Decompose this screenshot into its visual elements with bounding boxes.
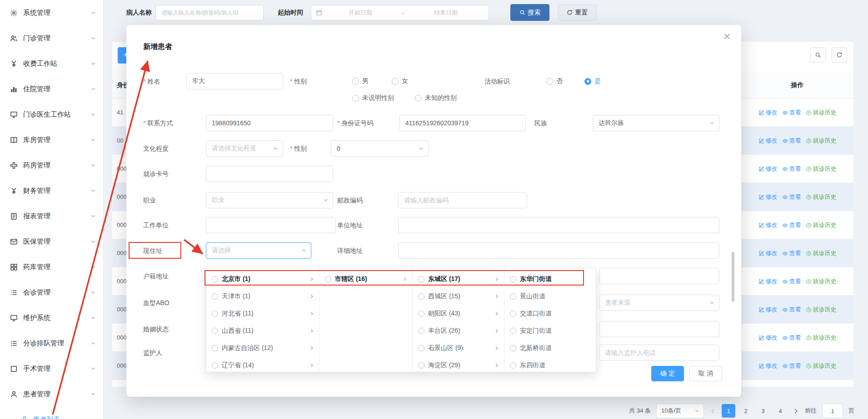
radio-icon[interactable] <box>510 293 516 300</box>
sidebar-item-6[interactable]: 库房管理 <box>0 127 103 153</box>
sidebar-item-4[interactable]: 住院管理 <box>0 76 103 102</box>
history-link[interactable]: 就诊历史 <box>806 249 837 257</box>
cascader-option[interactable]: 西城区 (15) <box>413 288 504 305</box>
radio-icon[interactable] <box>510 276 516 282</box>
edit-link[interactable]: 修改 <box>758 137 778 145</box>
reset-button[interactable]: 重置 <box>558 4 597 21</box>
radio-icon[interactable] <box>212 328 218 334</box>
postal-code-input[interactable] <box>398 192 527 208</box>
modal-scrollbar-thumb[interactable] <box>732 252 734 302</box>
edit-link[interactable]: 修改 <box>758 108 778 117</box>
cascader-option[interactable]: 丰台区 (26) <box>413 322 504 340</box>
id-number-input[interactable] <box>399 115 526 131</box>
radio-icon[interactable] <box>418 328 424 334</box>
page-button-4[interactable]: 4 <box>773 404 787 418</box>
cascader-option[interactable]: 交道口街道 <box>504 305 597 322</box>
radio-icon[interactable] <box>418 345 424 351</box>
patient-name-input[interactable] <box>155 5 264 20</box>
edit-link[interactable]: 修改 <box>758 165 778 173</box>
view-link[interactable]: 查看 <box>782 193 801 201</box>
sidebar-item-8[interactable]: 财务管理 <box>0 178 103 203</box>
chevron-left-icon[interactable] <box>709 408 716 414</box>
page-button-3[interactable]: 3 <box>756 404 770 418</box>
sidebar-item-10[interactable]: 医保管理 <box>0 229 103 254</box>
edit-link[interactable]: 修改 <box>758 362 778 370</box>
chevron-right-icon[interactable] <box>793 408 799 414</box>
cascader-option[interactable]: 市辖区 (16) <box>319 271 412 288</box>
unit-address-input[interactable] <box>398 217 719 233</box>
confirm-button[interactable]: 确 定 <box>651 366 684 381</box>
radio-icon[interactable] <box>418 276 424 282</box>
view-link[interactable]: 查看 <box>782 221 801 229</box>
household-address-input[interactable] <box>599 268 719 284</box>
cascader-option[interactable]: 山西省 (11) <box>206 322 319 340</box>
history-link[interactable]: 就诊历史 <box>806 362 837 370</box>
radio-icon[interactable] <box>510 311 516 317</box>
view-link[interactable]: 查看 <box>782 249 801 257</box>
sidebar-item-13[interactable]: 维护系统 <box>0 305 103 330</box>
radio-icon[interactable] <box>325 276 331 282</box>
history-link[interactable]: 就诊历史 <box>806 165 837 173</box>
cascader-option[interactable]: 安定门街道 <box>504 322 597 340</box>
view-link[interactable]: 查看 <box>782 277 801 286</box>
cascader-option[interactable]: 东华门街道 <box>504 271 597 288</box>
table-refresh-tool-button[interactable] <box>832 47 847 63</box>
history-link[interactable]: 就诊历史 <box>806 277 837 286</box>
cascader-option[interactable]: 东四街道 <box>504 357 597 372</box>
cancel-button[interactable]: 取 消 <box>689 366 722 381</box>
visit-card-input[interactable] <box>206 166 333 182</box>
gender-radio-male[interactable]: 男 <box>352 73 369 89</box>
radio-icon[interactable] <box>510 362 516 369</box>
history-link[interactable]: 就诊历史 <box>806 137 837 145</box>
radio-icon[interactable] <box>418 362 424 369</box>
date-range-picker[interactable]: 开始日期 - 结束日期 <box>311 5 489 20</box>
edit-link[interactable]: 修改 <box>758 277 778 286</box>
table-search-tool-button[interactable] <box>810 47 826 63</box>
sidebar-item-5[interactable]: 门诊医生工作站 <box>0 102 103 127</box>
sidebar-item-16[interactable]: 患者管理 <box>0 381 103 407</box>
view-link[interactable]: 查看 <box>782 165 801 173</box>
guardian-phone-input[interactable] <box>599 345 719 361</box>
work-unit-input[interactable] <box>206 217 336 233</box>
gender-radio-female[interactable]: 女 <box>392 73 408 89</box>
patient-source-select[interactable]: 患者来源 <box>599 295 719 311</box>
radio-icon[interactable] <box>212 276 218 282</box>
cascader-option[interactable]: 北京市 (1) <box>206 271 319 288</box>
cascader-option[interactable]: 河北省 (11) <box>206 305 319 322</box>
view-link[interactable]: 查看 <box>782 306 801 314</box>
history-link[interactable]: 就诊历史 <box>806 221 837 229</box>
history-link[interactable]: 就诊历史 <box>806 108 837 117</box>
cascader-option[interactable]: 东城区 (17) <box>413 271 504 288</box>
current-address-select[interactable]: 请选择 <box>206 242 311 259</box>
search-button[interactable]: 搜索 <box>510 4 549 21</box>
radio-icon[interactable] <box>212 311 218 317</box>
history-link[interactable]: 就诊历史 <box>806 306 837 314</box>
cascader-option[interactable]: 石景山区 (9) <box>413 340 504 357</box>
history-link[interactable]: 就诊历史 <box>806 334 837 342</box>
cascader-option[interactable]: 景山街道 <box>504 288 597 305</box>
radio-icon[interactable] <box>212 362 218 369</box>
radio-icon[interactable] <box>418 293 424 300</box>
page-size-select[interactable]: 10条/页 <box>656 404 704 418</box>
detail-address-input[interactable] <box>398 242 719 259</box>
name-input[interactable] <box>186 73 283 89</box>
marital-status-input[interactable] <box>599 321 719 337</box>
sidebar-item-14[interactable]: 分诊排队管理 <box>0 330 103 356</box>
cascader-option[interactable]: 海淀区 (29) <box>413 357 504 372</box>
edit-link[interactable]: 修改 <box>758 334 778 342</box>
occupation-select[interactable]: 职业 <box>206 192 333 208</box>
cascader-option[interactable]: 北新桥街道 <box>504 340 597 357</box>
goto-page-input[interactable] <box>822 404 843 418</box>
view-link[interactable]: 查看 <box>782 108 801 117</box>
sidebar-item-1[interactable]: 系统管理 <box>0 0 103 25</box>
edit-link[interactable]: 修改 <box>758 193 778 201</box>
history-link[interactable]: 就诊历史 <box>806 193 837 201</box>
radio-icon[interactable] <box>510 345 516 351</box>
edit-link[interactable]: 修改 <box>758 249 778 257</box>
sidebar-item-9[interactable]: 报表管理 <box>0 203 103 229</box>
cascader-option[interactable]: 内蒙古自治区 (12) <box>206 340 319 357</box>
edit-link[interactable]: 修改 <box>758 306 778 314</box>
page-button-1[interactable]: 1 <box>722 404 735 418</box>
sidebar-item-3[interactable]: 收费工作站 <box>0 51 103 76</box>
cascader-option[interactable]: 天津市 (1) <box>206 288 319 305</box>
